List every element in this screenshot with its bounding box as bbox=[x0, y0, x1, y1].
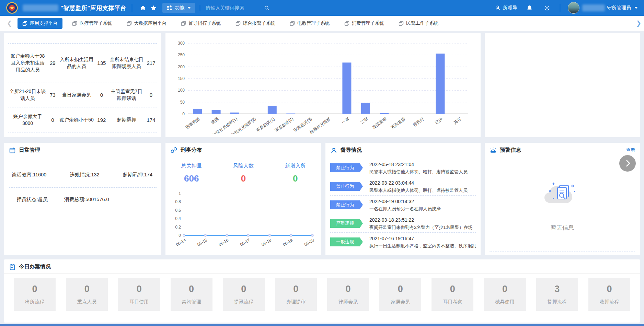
stat-label: 耳目考察 bbox=[443, 299, 462, 305]
today-card-jiashu[interactable]: 0家属会见 bbox=[379, 278, 421, 311]
today-card-shouya[interactable]: 0收押流程 bbox=[588, 278, 630, 311]
svg-text:150: 150 bbox=[178, 76, 185, 81]
subsystem-icon bbox=[72, 21, 77, 26]
svg-text:06-19: 06-19 bbox=[282, 237, 294, 247]
svg-text:审查起诉(1): 审查起诉(1) bbox=[255, 116, 276, 133]
stat-label: 重点人员 bbox=[77, 299, 96, 305]
tag-arrow bbox=[360, 219, 363, 228]
police-officer-icon bbox=[330, 147, 337, 154]
stat-value: 174 bbox=[145, 117, 157, 123]
tab-supervision-command[interactable]: 督导指挥子系统 bbox=[176, 18, 226, 29]
entry-text: 2022-03-22 03:04:44 民警本人或指使他人体罚、殴打、虐待被监管… bbox=[369, 180, 468, 194]
subsystem-icon bbox=[235, 21, 241, 26]
function-menu-button[interactable]: 功能 bbox=[162, 3, 195, 13]
search-icon[interactable] bbox=[264, 5, 270, 11]
stat-value: 0 bbox=[217, 173, 269, 184]
carousel-next-button[interactable] bbox=[619, 155, 636, 172]
empty-panel bbox=[485, 33, 640, 137]
top-header-bar: "智慧监所"应用支撑平台 功能 bbox=[0, 0, 644, 16]
daily-stats-row: 谈话教育11600 违规情况132 超期羁押174 bbox=[12, 172, 152, 178]
favorites-star-icon[interactable] bbox=[148, 3, 159, 13]
empty-state-text: 暂无信息 bbox=[485, 224, 640, 232]
tab-app-support[interactable]: 应用支撑平台 bbox=[18, 18, 62, 29]
panel-header: 刑事分布 bbox=[165, 143, 321, 157]
panel-title: 今日办案情况 bbox=[19, 263, 51, 270]
entry-text: 2022-03-19 00:14:32 一名在押人员帮另一名在押人员按摩 bbox=[369, 199, 441, 212]
stat-label: 办理提审 bbox=[286, 299, 306, 305]
stat-label: 提押流程 bbox=[548, 299, 567, 305]
svg-text:二审: 二审 bbox=[359, 116, 369, 125]
stat-label: 提讯流程 bbox=[234, 299, 253, 305]
stat-value: 0 bbox=[95, 92, 108, 98]
function-menu-label: 功能 bbox=[175, 5, 184, 11]
stat-value: 0 bbox=[607, 284, 612, 294]
dashboard-page: "智慧监所"应用支撑平台 功能 bbox=[0, 0, 644, 326]
svg-text:刑事拘留: 刑事拘留 bbox=[185, 116, 201, 130]
stat-label: 入所未扣生活用品的人员 bbox=[58, 56, 95, 70]
today-card-ermu-kaocha[interactable]: 0耳目考察 bbox=[432, 278, 473, 311]
tab-medical[interactable]: 医疗管理子系统 bbox=[67, 18, 117, 29]
tab-label: 综合报警子系统 bbox=[243, 20, 276, 26]
svg-text:死刑复核: 死刑复核 bbox=[390, 116, 406, 130]
svg-text:0.8: 0.8 bbox=[175, 199, 181, 204]
today-card-tixun[interactable]: 0提讯流程 bbox=[223, 278, 265, 311]
panel-header: 日常管理 bbox=[4, 143, 161, 157]
svg-text:200: 200 bbox=[178, 65, 185, 69]
stat-value: 0 bbox=[47, 117, 58, 123]
tab-label: 医疗管理子系统 bbox=[80, 20, 112, 26]
stat-label: 新增入所 bbox=[269, 163, 321, 169]
tab-police-work[interactable]: 民警工作子系统 bbox=[394, 18, 444, 29]
panel-header: 预警信息 bbox=[485, 143, 640, 157]
table-row: 账户余额大于3000 0 账户余额小于50 192 超期羁押 174 bbox=[8, 107, 157, 132]
overview-stats-panel: 账户余额大于98且入所未扣生活用品的人员 29 入所未扣生活用品的人员 135 … bbox=[4, 33, 161, 137]
stat-label: 全所21-20日未谈话人员 bbox=[8, 88, 47, 102]
home-icon[interactable] bbox=[138, 3, 148, 13]
tab-alarm[interactable]: 综合报警子系统 bbox=[231, 18, 280, 29]
user-menu[interactable]: 守所管理员 bbox=[568, 2, 638, 14]
tabs-scroll-left-icon[interactable]: ❮ bbox=[5, 20, 14, 27]
today-card-xieju[interactable]: 0械具使用 bbox=[484, 278, 526, 311]
entry-text: 2022-03-18 23:51:22 夜间开监室门未做到有2名警力（至少1名民… bbox=[369, 217, 472, 231]
subsystem-icon bbox=[399, 21, 404, 26]
tab-education[interactable]: 电教管理子系统 bbox=[285, 18, 335, 29]
tab-label: 民警工作子系统 bbox=[406, 20, 439, 26]
stat-label: 风险人数 bbox=[217, 163, 269, 169]
user-name: 守所管理员 bbox=[607, 5, 631, 11]
today-card-tiya[interactable]: 3提押流程 bbox=[536, 278, 578, 311]
today-card-chusuo[interactable]: 0出所流程 bbox=[14, 278, 56, 311]
svg-text:1: 1 bbox=[179, 191, 181, 196]
today-card-jinbi[interactable]: 0禁闭管理 bbox=[171, 278, 212, 311]
tab-label: 应用支撑平台 bbox=[30, 20, 58, 26]
tag-arrow bbox=[360, 200, 363, 209]
dashed-divider bbox=[9, 187, 157, 188]
panel-header: 今日办案情况 bbox=[4, 259, 640, 274]
tab-bigdata[interactable]: 大数据应用平台 bbox=[122, 18, 172, 29]
today-card-ermu-use[interactable]: 0耳目使用 bbox=[118, 278, 160, 311]
violation-tag: 禁止行为 bbox=[330, 163, 360, 172]
stat-label: 主管监室无7日跟踪谈话 bbox=[108, 88, 145, 102]
svg-text:06-15: 06-15 bbox=[196, 237, 208, 247]
svg-text:0: 0 bbox=[179, 233, 181, 238]
stat-label: 出所流程 bbox=[25, 299, 44, 305]
stat-value: 0 bbox=[346, 284, 351, 294]
settings-gear-icon[interactable] bbox=[542, 3, 552, 13]
today-card-banli-tishen[interactable]: 0办理提审 bbox=[275, 278, 317, 311]
clipboard-check-icon bbox=[9, 264, 16, 270]
today-card-lvshi[interactable]: 0律师会见 bbox=[327, 278, 369, 311]
entry-time: 2021-07-16 19:16:47 bbox=[369, 236, 476, 241]
tag-arrow bbox=[360, 237, 363, 246]
tab-consumption[interactable]: 消费管理子系统 bbox=[340, 18, 389, 29]
notifications-bell-icon[interactable] bbox=[524, 3, 535, 13]
subsystem-icon bbox=[181, 21, 186, 26]
stat-label: 耳目使用 bbox=[129, 299, 149, 305]
view-more-link[interactable]: 查看 bbox=[626, 147, 635, 153]
panel-title: 刑事分布 bbox=[181, 147, 202, 154]
subsystem-tabbar: ❮ 应用支撑平台 医疗管理子系统 大数据应用平台 督导指挥子系统 综合报警子系统… bbox=[0, 16, 644, 31]
tabs-scroll-right-icon[interactable]: ❯ bbox=[636, 20, 641, 27]
case-stage-bar-chart-panel: 050100150200250300刑事拘留逮捕公安补充侦察(1)公安补充侦察(… bbox=[165, 33, 481, 137]
search-input[interactable] bbox=[205, 5, 264, 11]
stat-item: 超期羁押174 bbox=[123, 172, 152, 178]
today-card-zhongdian[interactable]: 0重点人员 bbox=[66, 278, 108, 311]
panel-title: 督导情况 bbox=[341, 147, 362, 154]
leader-role-button[interactable]: 所领导 bbox=[495, 5, 517, 11]
